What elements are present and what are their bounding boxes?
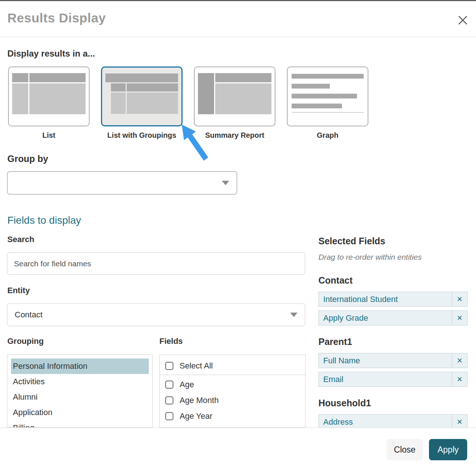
fields-label: Fields <box>159 336 183 346</box>
age-checkbox[interactable] <box>165 381 173 389</box>
display-option-list-card[interactable] <box>8 66 90 126</box>
age-year-checkbox[interactable] <box>165 412 173 420</box>
entity-group-contact: Contact <box>318 275 468 286</box>
display-option-graph-card[interactable] <box>287 66 368 126</box>
display-option-list-label: List <box>8 131 90 140</box>
chip-address[interactable]: Address ✕ <box>318 414 468 428</box>
graph-thumbnail-icon <box>291 73 364 114</box>
grouping-item-billing[interactable]: Billing <box>11 420 149 428</box>
selected-fields-heading: Selected Fields <box>318 236 468 246</box>
chip-international-student[interactable]: International Student ✕ <box>318 292 468 307</box>
display-option-summary-report-card[interactable] <box>194 66 275 126</box>
remove-icon[interactable]: ✕ <box>452 353 467 368</box>
apply-button[interactable]: Apply <box>429 439 467 460</box>
group-by-label: Group by <box>7 154 48 164</box>
list-thumbnail-icon <box>12 73 86 114</box>
field-row-age-year[interactable]: Age Year <box>160 408 305 424</box>
group-by-select[interactable] <box>7 171 237 195</box>
display-option-list-with-groupings-label: List with Groupings <box>101 131 183 140</box>
field-row-age-month[interactable]: Age Month <box>160 392 305 408</box>
display-option-list: List <box>8 66 90 140</box>
display-option-cards: List List with Groupings Summary Report <box>8 66 368 140</box>
display-option-graph-label: Graph <box>287 131 368 140</box>
display-option-list-with-groupings: List with Groupings <box>101 66 183 140</box>
grouping-listbox: Personal Information Activities Alumni A… <box>7 354 153 428</box>
display-option-graph: Graph <box>287 66 368 140</box>
grouping-item-activities[interactable]: Activities <box>11 374 149 389</box>
list-with-groupings-thumbnail-icon <box>105 73 178 114</box>
remove-icon[interactable]: ✕ <box>452 311 467 325</box>
entity-value: Contact <box>15 310 290 320</box>
remove-icon[interactable]: ✕ <box>452 292 467 306</box>
summary-report-thumbnail-icon <box>198 73 271 114</box>
display-option-summary-report-label: Summary Report <box>194 131 275 140</box>
display-results-heading: Display results in a... <box>7 48 95 59</box>
remove-icon[interactable]: ✕ <box>452 372 467 386</box>
selected-fields-hint: Drag to re-order within entities <box>318 253 468 262</box>
modal-body: Display results in a... List List with G… <box>0 37 476 428</box>
household1-chips: Address ✕ <box>318 414 468 428</box>
fields-listbox: Select All Age Age Month Age Year Age Ye… <box>159 354 306 428</box>
grouping-label: Grouping <box>7 336 44 346</box>
entity-label: Entity <box>7 286 30 295</box>
display-option-list-with-groupings-card[interactable] <box>101 66 183 126</box>
contact-chips: International Student ✕ Apply Grade ✕ <box>318 292 468 325</box>
display-option-summary-report: Summary Report <box>194 66 275 140</box>
entity-group-household1: Household1 <box>318 398 468 408</box>
grouping-item-application[interactable]: Application <box>11 405 149 420</box>
grouping-item-alumni[interactable]: Alumni <box>11 389 149 405</box>
parent1-chips: Full Name ✕ Email ✕ <box>318 353 468 387</box>
modal-footer: Close Apply <box>0 428 476 468</box>
field-row-age[interactable]: Age <box>160 377 305 392</box>
search-label: Search <box>7 235 34 244</box>
select-all-checkbox[interactable] <box>165 362 173 370</box>
chip-apply-grade[interactable]: Apply Grade ✕ <box>318 310 468 325</box>
dropdown-caret-icon <box>290 313 298 317</box>
chip-full-name[interactable]: Full Name ✕ <box>318 353 468 368</box>
entity-group-parent1: Parent1 <box>318 336 468 347</box>
close-icon[interactable] <box>457 14 469 26</box>
select-all-divider <box>160 375 305 375</box>
fields-to-display-heading: Fields to display <box>7 215 81 226</box>
remove-icon[interactable]: ✕ <box>452 415 467 428</box>
chip-email[interactable]: Email ✕ <box>318 372 468 387</box>
grouping-item-personal-information[interactable]: Personal Information <box>11 359 149 374</box>
entity-select[interactable]: Contact <box>7 303 305 326</box>
field-row-age-year-month[interactable]: Age Year Month <box>160 424 305 428</box>
modal-top-edge <box>0 0 476 1</box>
search-input[interactable] <box>7 252 305 275</box>
selected-fields-panel: Selected Fields Drag to re-order within … <box>318 236 468 428</box>
field-row-select-all[interactable]: Select All <box>160 358 305 374</box>
dropdown-caret-icon <box>222 181 229 185</box>
modal-title: Results Display <box>7 11 106 25</box>
age-month-checkbox[interactable] <box>165 396 173 404</box>
modal-header: Results Display <box>0 1 476 37</box>
close-button[interactable]: Close <box>386 439 423 460</box>
